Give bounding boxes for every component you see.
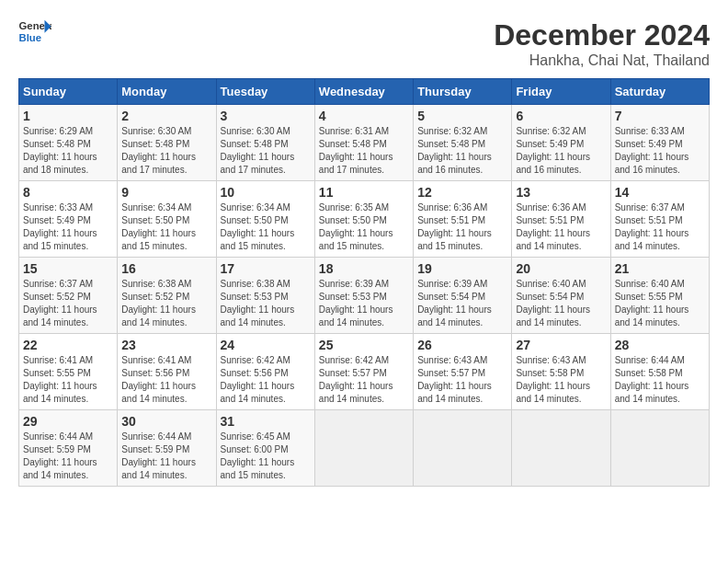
calendar-cell: 7Sunrise: 6:33 AMSunset: 5:49 PMDaylight… [610, 105, 709, 181]
day-info: Sunrise: 6:32 AMSunset: 5:48 PMDaylight:… [417, 125, 507, 177]
weekday-header-cell: Monday [118, 79, 216, 105]
day-number: 31 [221, 414, 311, 429]
calendar-cell: 26Sunrise: 6:43 AMSunset: 5:57 PMDayligh… [414, 334, 512, 410]
day-info: Sunrise: 6:34 AMSunset: 5:50 PMDaylight:… [121, 201, 211, 253]
calendar-body: 1Sunrise: 6:29 AMSunset: 5:48 PMDaylight… [19, 105, 710, 487]
weekday-header-cell: Tuesday [216, 79, 314, 105]
calendar-cell: 21Sunrise: 6:40 AMSunset: 5:55 PMDayligh… [610, 258, 709, 334]
calendar-cell [610, 410, 709, 487]
day-info: Sunrise: 6:42 AMSunset: 5:56 PMDaylight:… [221, 354, 311, 406]
day-info: Sunrise: 6:39 AMSunset: 5:54 PMDaylight:… [417, 278, 507, 329]
day-info: Sunrise: 6:43 AMSunset: 5:57 PMDaylight:… [417, 354, 507, 406]
day-number: 27 [516, 338, 606, 352]
day-info: Sunrise: 6:41 AMSunset: 5:55 PMDaylight:… [23, 354, 113, 406]
day-number: 17 [221, 261, 311, 276]
day-info: Sunrise: 6:38 AMSunset: 5:53 PMDaylight:… [221, 278, 311, 329]
day-number: 22 [23, 338, 113, 352]
day-number: 16 [121, 261, 211, 276]
weekday-header-cell: Sunday [19, 79, 118, 105]
page-header: General Blue December 2024 Hankha, Chai … [18, 18, 710, 69]
svg-text:Blue: Blue [19, 32, 42, 43]
calendar-cell: 28Sunrise: 6:44 AMSunset: 5:58 PMDayligh… [610, 334, 709, 410]
day-info: Sunrise: 6:39 AMSunset: 5:53 PMDaylight:… [319, 278, 409, 329]
calendar-cell: 27Sunrise: 6:43 AMSunset: 5:58 PMDayligh… [512, 334, 610, 410]
calendar-cell: 12Sunrise: 6:36 AMSunset: 5:51 PMDayligh… [414, 181, 512, 258]
day-info: Sunrise: 6:42 AMSunset: 5:57 PMDaylight:… [319, 354, 409, 406]
day-number: 29 [23, 414, 113, 429]
day-number: 26 [417, 338, 507, 352]
day-info: Sunrise: 6:40 AMSunset: 5:55 PMDaylight:… [615, 278, 705, 329]
calendar-week-row: 22Sunrise: 6:41 AMSunset: 5:55 PMDayligh… [19, 334, 710, 410]
day-info: Sunrise: 6:43 AMSunset: 5:58 PMDaylight:… [516, 354, 606, 406]
calendar-cell: 8Sunrise: 6:33 AMSunset: 5:49 PMDaylight… [19, 181, 118, 258]
month-title: December 2024 [494, 18, 710, 52]
day-number: 25 [319, 338, 409, 352]
calendar-week-row: 1Sunrise: 6:29 AMSunset: 5:48 PMDaylight… [19, 105, 710, 181]
day-info: Sunrise: 6:30 AMSunset: 5:48 PMDaylight:… [221, 125, 311, 177]
calendar-cell: 31Sunrise: 6:45 AMSunset: 6:00 PMDayligh… [216, 410, 314, 487]
calendar-cell [414, 410, 512, 487]
day-number: 18 [319, 261, 409, 276]
day-number: 28 [615, 338, 705, 352]
day-info: Sunrise: 6:33 AMSunset: 5:49 PMDaylight:… [615, 125, 705, 177]
calendar-cell: 19Sunrise: 6:39 AMSunset: 5:54 PMDayligh… [414, 258, 512, 334]
day-number: 10 [221, 185, 311, 200]
day-number: 5 [417, 109, 507, 123]
calendar-cell: 10Sunrise: 6:34 AMSunset: 5:50 PMDayligh… [216, 181, 314, 258]
calendar-cell: 9Sunrise: 6:34 AMSunset: 5:50 PMDaylight… [118, 181, 216, 258]
day-info: Sunrise: 6:37 AMSunset: 5:52 PMDaylight:… [23, 278, 113, 329]
calendar-week-row: 8Sunrise: 6:33 AMSunset: 5:49 PMDaylight… [19, 181, 710, 258]
day-info: Sunrise: 6:45 AMSunset: 6:00 PMDaylight:… [221, 431, 311, 482]
calendar-cell: 3Sunrise: 6:30 AMSunset: 5:48 PMDaylight… [216, 105, 314, 181]
calendar-cell: 16Sunrise: 6:38 AMSunset: 5:52 PMDayligh… [118, 258, 216, 334]
day-info: Sunrise: 6:41 AMSunset: 5:56 PMDaylight:… [121, 354, 211, 406]
calendar-cell: 6Sunrise: 6:32 AMSunset: 5:49 PMDaylight… [512, 105, 610, 181]
day-number: 13 [516, 185, 606, 200]
weekday-header-row: SundayMondayTuesdayWednesdayThursdayFrid… [19, 79, 710, 105]
calendar-cell: 2Sunrise: 6:30 AMSunset: 5:48 PMDaylight… [118, 105, 216, 181]
day-info: Sunrise: 6:36 AMSunset: 5:51 PMDaylight:… [516, 201, 606, 253]
day-number: 24 [221, 338, 311, 352]
day-number: 3 [221, 109, 311, 123]
calendar-cell: 29Sunrise: 6:44 AMSunset: 5:59 PMDayligh… [19, 410, 118, 487]
day-info: Sunrise: 6:31 AMSunset: 5:48 PMDaylight:… [319, 125, 409, 177]
day-info: Sunrise: 6:32 AMSunset: 5:49 PMDaylight:… [516, 125, 606, 177]
day-info: Sunrise: 6:30 AMSunset: 5:48 PMDaylight:… [121, 125, 211, 177]
day-info: Sunrise: 6:35 AMSunset: 5:50 PMDaylight:… [319, 201, 409, 253]
day-info: Sunrise: 6:44 AMSunset: 5:58 PMDaylight:… [615, 354, 705, 406]
day-number: 23 [121, 338, 211, 352]
day-number: 14 [615, 185, 705, 200]
day-number: 6 [516, 109, 606, 123]
calendar-cell: 11Sunrise: 6:35 AMSunset: 5:50 PMDayligh… [314, 181, 413, 258]
day-number: 9 [121, 185, 211, 200]
day-number: 4 [319, 109, 409, 123]
day-number: 12 [417, 185, 507, 200]
calendar-cell: 15Sunrise: 6:37 AMSunset: 5:52 PMDayligh… [19, 258, 118, 334]
day-info: Sunrise: 6:40 AMSunset: 5:54 PMDaylight:… [516, 278, 606, 329]
day-info: Sunrise: 6:38 AMSunset: 5:52 PMDaylight:… [121, 278, 211, 329]
logo: General Blue [18, 18, 51, 44]
calendar-cell: 24Sunrise: 6:42 AMSunset: 5:56 PMDayligh… [216, 334, 314, 410]
calendar-cell: 22Sunrise: 6:41 AMSunset: 5:55 PMDayligh… [19, 334, 118, 410]
weekday-header-cell: Saturday [610, 79, 709, 105]
weekday-header-cell: Thursday [414, 79, 512, 105]
calendar-cell: 4Sunrise: 6:31 AMSunset: 5:48 PMDaylight… [314, 105, 413, 181]
calendar-cell: 23Sunrise: 6:41 AMSunset: 5:56 PMDayligh… [118, 334, 216, 410]
day-number: 15 [23, 261, 113, 276]
day-info: Sunrise: 6:36 AMSunset: 5:51 PMDaylight:… [417, 201, 507, 253]
day-number: 7 [615, 109, 705, 123]
day-info: Sunrise: 6:44 AMSunset: 5:59 PMDaylight:… [121, 431, 211, 482]
calendar-cell [512, 410, 610, 487]
calendar-cell: 25Sunrise: 6:42 AMSunset: 5:57 PMDayligh… [314, 334, 413, 410]
day-number: 1 [23, 109, 113, 123]
day-info: Sunrise: 6:44 AMSunset: 5:59 PMDaylight:… [23, 431, 113, 482]
calendar-cell: 14Sunrise: 6:37 AMSunset: 5:51 PMDayligh… [610, 181, 709, 258]
logo-icon: General Blue [18, 18, 51, 44]
calendar-cell: 1Sunrise: 6:29 AMSunset: 5:48 PMDaylight… [19, 105, 118, 181]
calendar-week-row: 29Sunrise: 6:44 AMSunset: 5:59 PMDayligh… [19, 410, 710, 487]
day-number: 8 [23, 185, 113, 200]
calendar-cell: 20Sunrise: 6:40 AMSunset: 5:54 PMDayligh… [512, 258, 610, 334]
calendar-cell: 17Sunrise: 6:38 AMSunset: 5:53 PMDayligh… [216, 258, 314, 334]
title-block: December 2024 Hankha, Chai Nat, Thailand [494, 18, 710, 69]
day-info: Sunrise: 6:29 AMSunset: 5:48 PMDaylight:… [23, 125, 113, 177]
